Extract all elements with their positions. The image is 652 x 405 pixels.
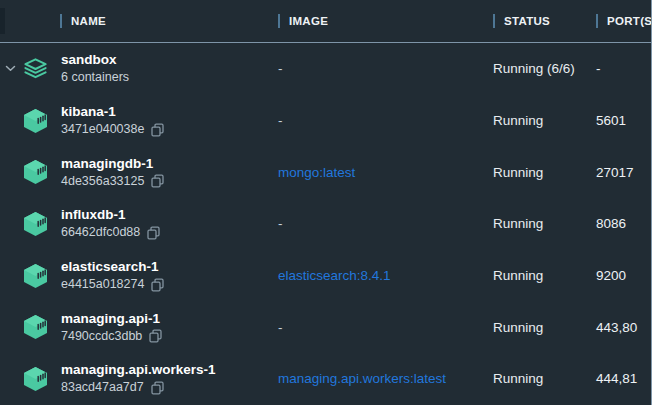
containers-table: NAME IMAGE STATUS PORT(S) (0, 0, 652, 405)
container-id: 3471e040038e (61, 121, 144, 138)
copy-icon[interactable] (151, 174, 164, 188)
column-header-status: STATUS (485, 0, 588, 42)
name-cell: kibana-1 3471e040038e (52, 103, 270, 138)
container-name[interactable]: managing.api.workers-1 (61, 361, 270, 379)
row-controls (0, 43, 52, 95)
container-cube-icon (20, 366, 50, 392)
name-cell: managingdb-1 4de356a33125 (52, 155, 270, 190)
ports-text: 444,81 (588, 371, 652, 386)
container-id: e4415a018274 (61, 276, 144, 293)
container-subtext: e4415a018274 (61, 276, 270, 293)
ports-text: - (588, 61, 652, 76)
container-subtext: 3471e040038e (61, 121, 270, 138)
name-cell: elasticsearch-1 e4415a018274 (52, 258, 270, 293)
table-row[interactable]: elasticsearch-1 e4415a018274 elasticsear… (0, 250, 651, 302)
status-text: Running (485, 320, 588, 335)
corner-notch (0, 8, 5, 34)
column-separator (60, 14, 62, 28)
column-header-ports: PORT(S) (588, 0, 652, 42)
container-id: 6 containers (61, 69, 129, 86)
image-link: - (270, 320, 485, 335)
image-link[interactable]: managing.api.workers:latest (270, 371, 485, 386)
layers-stack-icon (20, 57, 50, 81)
container-cube-icon (20, 159, 50, 185)
container-id: 66462dfc0d88 (61, 224, 140, 241)
table-row[interactable]: influxdb-1 66462dfc0d88 - Running 8086 (0, 198, 651, 250)
image-link: - (270, 113, 485, 128)
name-cell: managing.api-1 7490ccdc3dbb (52, 310, 270, 345)
header-controls-spacer (0, 0, 52, 42)
container-name[interactable]: sandbox (61, 51, 270, 69)
table-row[interactable]: kibana-1 3471e040038e - Running 5601 (0, 95, 651, 147)
table-row[interactable]: sandbox 6 containers - Running (6/6) - (0, 43, 651, 95)
image-link: - (270, 61, 485, 76)
row-controls (0, 301, 52, 353)
row-controls (0, 146, 52, 198)
column-separator (493, 14, 495, 28)
image-link[interactable]: mongo:latest (270, 165, 485, 180)
image-link: - (270, 216, 485, 231)
status-text: Running (485, 371, 588, 386)
name-cell: influxdb-1 66462dfc0d88 (52, 206, 270, 241)
container-cube-icon (20, 314, 50, 340)
container-id: 7490ccdc3dbb (61, 328, 142, 345)
row-controls (0, 250, 52, 302)
column-header-image: IMAGE (270, 0, 485, 42)
copy-icon[interactable] (151, 278, 164, 292)
column-header-label: PORT(S) (607, 15, 652, 27)
container-id: 83acd47aa7d7 (61, 379, 144, 396)
container-name[interactable]: influxdb-1 (61, 206, 270, 224)
column-separator (278, 14, 280, 28)
status-text: Running (485, 113, 588, 128)
container-name[interactable]: managingdb-1 (61, 155, 270, 173)
status-text: Running (485, 268, 588, 283)
name-cell: managing.api.workers-1 83acd47aa7d7 (52, 361, 270, 396)
row-controls (0, 353, 52, 405)
container-name[interactable]: kibana-1 (61, 103, 270, 121)
container-subtext: 66462dfc0d88 (61, 224, 270, 241)
name-cell: sandbox 6 containers (52, 51, 270, 86)
container-id: 4de356a33125 (61, 173, 144, 190)
table-body: sandbox 6 containers - Running (6/6) - (0, 43, 651, 405)
image-link[interactable]: elasticsearch:8.4.1 (270, 268, 485, 283)
table-row[interactable]: managingdb-1 4de356a33125 mongo:latest R… (0, 146, 651, 198)
status-text: Running (485, 165, 588, 180)
copy-icon[interactable] (151, 381, 164, 395)
ports-text: 443,80 (588, 320, 652, 335)
row-controls (0, 95, 52, 147)
column-header-label: STATUS (504, 15, 550, 27)
container-subtext: 83acd47aa7d7 (61, 379, 270, 396)
container-cube-icon (20, 263, 50, 289)
column-separator (596, 14, 598, 28)
table-header: NAME IMAGE STATUS PORT(S) (0, 0, 651, 43)
copy-icon[interactable] (149, 329, 162, 343)
ports-text: 9200 (588, 268, 652, 283)
container-name[interactable]: managing.api-1 (61, 310, 270, 328)
ports-text: 5601 (588, 113, 652, 128)
copy-icon[interactable] (147, 226, 160, 240)
row-controls (0, 198, 52, 250)
container-cube-icon (20, 211, 50, 237)
container-subtext: 4de356a33125 (61, 173, 270, 190)
column-header-label: IMAGE (289, 15, 328, 27)
ports-text: 8086 (588, 216, 652, 231)
ports-text: 27017 (588, 165, 652, 180)
container-subtext: 7490ccdc3dbb (61, 328, 270, 345)
container-subtext: 6 containers (61, 69, 270, 86)
table-row[interactable]: managing.api-1 7490ccdc3dbb - Running 44… (0, 301, 651, 353)
container-name[interactable]: elasticsearch-1 (61, 258, 270, 276)
container-cube-icon (20, 108, 50, 134)
column-header-name: NAME (52, 0, 270, 42)
table-row[interactable]: managing.api.workers-1 83acd47aa7d7 mana… (0, 353, 651, 405)
status-text: Running (6/6) (485, 61, 588, 76)
status-text: Running (485, 216, 588, 231)
column-header-label: NAME (71, 15, 106, 27)
chevron-down-icon[interactable] (5, 65, 20, 72)
copy-icon[interactable] (151, 123, 164, 137)
